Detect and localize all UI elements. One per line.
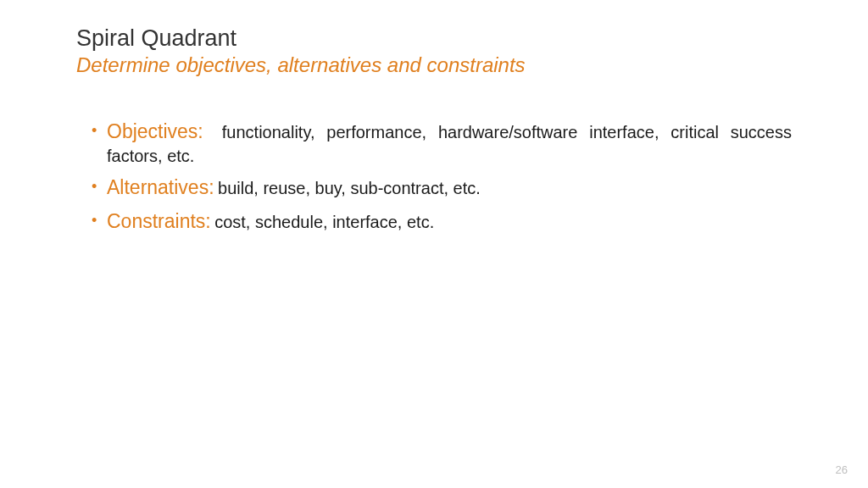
slide-subtitle: Determine objectives, alternatives and c…	[76, 53, 792, 77]
slide-content: Spiral Quadrant Determine objectives, al…	[0, 0, 868, 235]
bullet-item-constraints: Constraints: cost, schedule, interface, …	[92, 209, 792, 235]
slide-title: Spiral Quadrant	[76, 25, 792, 52]
bullet-label: Constraints:	[107, 210, 211, 232]
bullet-list: Objectives:functionality, performance, h…	[76, 119, 792, 235]
bullet-desc: cost, schedule, interface, etc.	[214, 213, 434, 231]
bullet-label: Objectives:	[107, 120, 203, 142]
page-number: 26	[836, 463, 848, 476]
bullet-desc: build, reuse, buy, sub-contract, etc.	[218, 179, 481, 197]
bullet-item-alternatives: Alternatives: build, reuse, buy, sub-con…	[92, 175, 792, 201]
bullet-desc: functionality, performance, hardware/sof…	[107, 123, 792, 165]
bullet-item-objectives: Objectives:functionality, performance, h…	[92, 119, 792, 167]
bullet-label: Alternatives:	[107, 176, 214, 198]
